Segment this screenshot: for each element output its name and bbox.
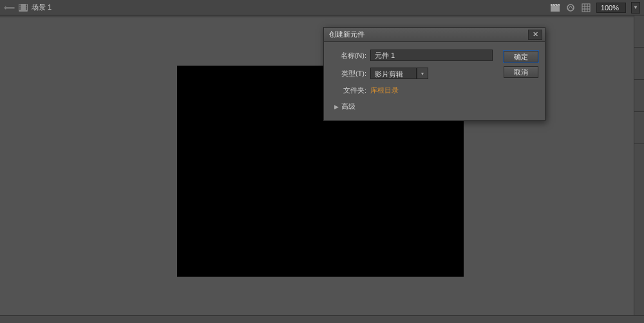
top-toolbar: ⟸ 场景 1 100% ▼ — [0, 0, 644, 15]
zoom-dropdown-arrow-icon[interactable]: ▼ — [631, 2, 640, 14]
name-input[interactable] — [370, 50, 493, 61]
expand-arrow-icon: ▶ — [334, 104, 339, 110]
scene-icon — [19, 4, 28, 12]
svg-rect-2 — [19, 6, 21, 8]
ok-button[interactable]: 确定 — [504, 51, 538, 62]
svg-rect-6 — [26, 8, 27, 10]
zoom-input[interactable]: 100% — [596, 3, 626, 13]
clapboard-icon[interactable] — [550, 3, 560, 12]
ruler-top — [0, 15, 644, 17]
folder-row: 文件夹: 库根目录 — [330, 86, 538, 95]
svg-rect-13 — [582, 4, 590, 12]
folder-label: 文件夹: — [330, 86, 370, 95]
svg-rect-5 — [26, 6, 27, 8]
close-icon[interactable]: ✕ — [528, 30, 542, 40]
symbol-icon[interactable] — [565, 3, 576, 12]
bottom-bar — [0, 315, 644, 323]
cancel-button[interactable]: 取消 — [504, 66, 538, 78]
scene-label[interactable]: 场景 1 — [32, 3, 52, 12]
top-right-tools: 100% ▼ — [550, 2, 640, 14]
dialog-title: 创建新元件 — [329, 30, 365, 39]
svg-rect-7 — [551, 6, 560, 12]
folder-link[interactable]: 库根目录 — [370, 86, 399, 95]
create-symbol-dialog: 创建新元件 ✕ 名称(N): 类型(T): 影片剪辑 ▼ 文件夹: 库根目录 ▶ — [323, 27, 545, 121]
dialog-title-bar[interactable]: 创建新元件 ✕ — [324, 28, 545, 42]
type-dropdown[interactable]: 影片剪辑 ▼ — [370, 68, 428, 79]
svg-rect-4 — [26, 5, 27, 6]
type-label: 类型(T): — [330, 69, 370, 78]
advanced-toggle[interactable]: ▶ 高级 — [330, 102, 538, 111]
workspace: 创建新元件 ✕ 名称(N): 类型(T): 影片剪辑 ▼ 文件夹: 库根目录 ▶ — [0, 15, 644, 323]
dialog-button-group: 确定 取消 — [504, 51, 538, 78]
svg-rect-1 — [19, 5, 21, 6]
breadcrumb: ⟸ 场景 1 — [4, 3, 52, 12]
type-value: 影片剪辑 — [370, 68, 417, 79]
right-side-panel — [634, 15, 644, 323]
grid-icon[interactable] — [581, 3, 591, 12]
name-label: 名称(N): — [330, 51, 370, 60]
advanced-label: 高级 — [341, 102, 355, 111]
chevron-down-icon[interactable]: ▼ — [417, 68, 428, 79]
svg-rect-3 — [19, 8, 21, 10]
back-arrow-icon[interactable]: ⟸ — [4, 3, 15, 12]
